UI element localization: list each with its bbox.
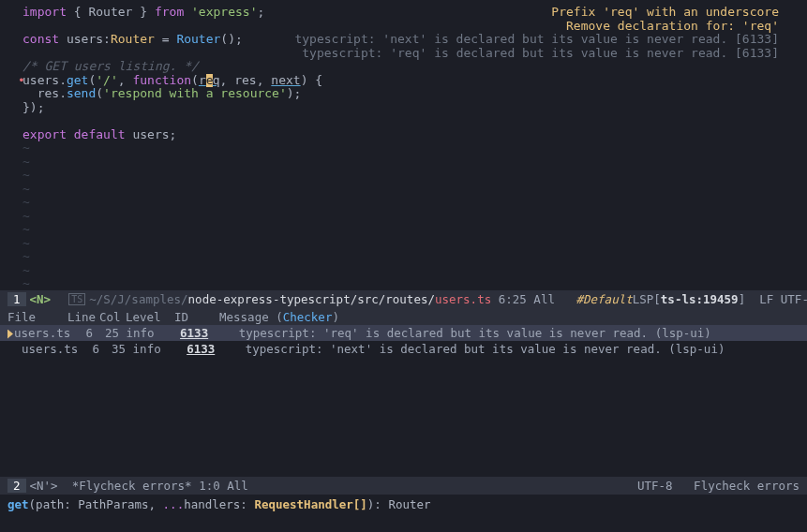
hint-diagnostic: typescript: 'next' is declared but its v… [294, 33, 779, 47]
code-line[interactable]: /* GET users listing. */ [22, 60, 807, 74]
encoding: UTF-8 [637, 479, 673, 493]
persp-name: #Default [576, 292, 633, 306]
cursor-position: 1:0 [192, 479, 228, 493]
empty-line-tilde: ~ [22, 250, 807, 264]
empty-line-tilde: ~ [22, 169, 807, 183]
hint-diagnostic: typescript: 'req' is declared but its va… [294, 47, 779, 61]
window-number: 2 [7, 479, 26, 493]
path-dim: ~/S/J/samples/ [89, 292, 187, 306]
editor-scrollbar[interactable] [792, 0, 807, 290]
empty-line-tilde: ~ [22, 210, 807, 224]
evil-mode-indicator: <N'> [30, 479, 58, 493]
encoding: LF UTF-8 [759, 292, 807, 306]
buffer-name: *Flycheck errors* [72, 479, 192, 493]
code-line[interactable]: export default users; [22, 128, 807, 142]
code-line[interactable]: users.get('/', function(req, res, next) … [22, 74, 807, 88]
lsp-server: ts-ls:19459 [661, 292, 739, 306]
path-bright: node-express-typescript/src/routes/ [188, 292, 435, 306]
hint-action[interactable]: Remove declaration for: 'req' [294, 20, 779, 34]
flycheck-row[interactable]: users.ts635 info 6133 typescript: 'next'… [0, 341, 807, 357]
empty-line-tilde: ~ [22, 223, 807, 237]
filename: users.ts [435, 292, 491, 306]
code-editor[interactable]: • Prefix 'req' with an underscore Remove… [0, 0, 807, 290]
row-pointer-icon [7, 330, 13, 339]
hint-action[interactable]: Prefix 'req' with an underscore [294, 6, 779, 20]
statusbar-flycheck: 2 <N'> *Flycheck errors* 1:0 All UTF-8 F… [0, 477, 807, 495]
window-number: 1 [7, 292, 26, 306]
text-cursor: e [206, 74, 213, 88]
code-line[interactable] [22, 114, 807, 128]
cursor-position: 6:25 [491, 292, 533, 306]
gutter-indicator: • [18, 74, 25, 88]
empty-line-tilde: ~ [22, 264, 807, 278]
statusbar-editor: 1 <N> TS ~/S/J/samples/node-express-type… [0, 290, 807, 308]
major-mode: Flycheck errors [694, 479, 800, 493]
evil-mode-indicator: <N> [30, 292, 52, 306]
lsp-label: LSP[ [633, 292, 661, 306]
empty-line-tilde: ~ [22, 155, 807, 170]
scroll-percent: All [227, 479, 248, 493]
flycheck-row[interactable]: users.ts625 info 6133 typescript: 'req' … [0, 325, 807, 341]
empty-line-tilde: ~ [22, 277, 807, 291]
code-line[interactable]: res.send('respond with a resource'); [22, 87, 807, 101]
code-line[interactable]: }); [22, 101, 807, 115]
code-action-hints: Prefix 'req' with an underscore Remove d… [294, 6, 779, 60]
empty-line-tilde: ~ [22, 237, 807, 251]
empty-line-tilde: ~ [22, 141, 807, 155]
scroll-percent: All [533, 292, 555, 306]
flycheck-header: FileLineColLevelIDMessage (Checker) [0, 308, 807, 325]
flycheck-errors-panel[interactable]: FileLineColLevelIDMessage (Checker) user… [0, 308, 807, 477]
empty-line-tilde: ~ [22, 183, 807, 197]
empty-line-tilde: ~ [22, 196, 807, 210]
filetype-icon: TS [68, 293, 85, 305]
minibuffer-echo-area: get(path: PathParams, ...handlers: Reque… [0, 495, 807, 514]
